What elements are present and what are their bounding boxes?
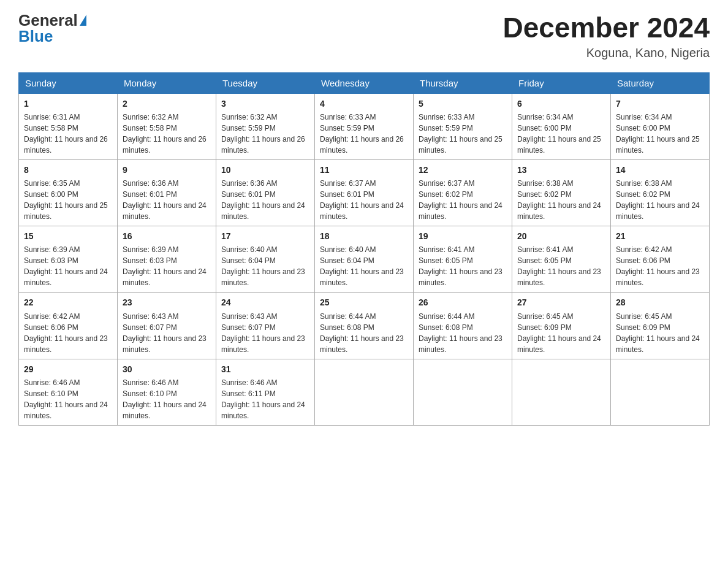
table-row: 7Sunrise: 6:34 AMSunset: 6:00 PMDaylight… xyxy=(611,93,710,159)
day-number: 26 xyxy=(419,296,507,308)
table-row: 29Sunrise: 6:46 AMSunset: 6:10 PMDayligh… xyxy=(19,359,118,425)
table-row: 2Sunrise: 6:32 AMSunset: 5:58 PMDaylight… xyxy=(118,93,216,159)
day-sun-info: Sunrise: 6:40 AMSunset: 6:04 PMDaylight:… xyxy=(221,244,309,288)
day-sun-info: Sunrise: 6:44 AMSunset: 6:08 PMDaylight:… xyxy=(320,311,408,355)
table-row: 23Sunrise: 6:43 AMSunset: 6:07 PMDayligh… xyxy=(118,293,216,359)
page-header: General Blue December 2024 Koguna, Kano,… xyxy=(18,12,710,60)
table-row: 21Sunrise: 6:42 AMSunset: 6:06 PMDayligh… xyxy=(611,226,710,293)
table-row: 6Sunrise: 6:34 AMSunset: 6:00 PMDaylight… xyxy=(512,93,611,159)
col-thursday: Thursday xyxy=(414,72,512,93)
day-sun-info: Sunrise: 6:43 AMSunset: 6:07 PMDaylight:… xyxy=(123,311,211,355)
day-number: 28 xyxy=(616,296,704,308)
day-sun-info: Sunrise: 6:41 AMSunset: 6:05 PMDaylight:… xyxy=(517,244,605,288)
day-sun-info: Sunrise: 6:42 AMSunset: 6:06 PMDaylight:… xyxy=(24,311,112,355)
logo-blue-text: Blue xyxy=(18,28,53,44)
table-row: 4Sunrise: 6:33 AMSunset: 5:59 PMDaylight… xyxy=(315,93,414,159)
day-sun-info: Sunrise: 6:35 AMSunset: 6:00 PMDaylight:… xyxy=(24,178,112,222)
day-number: 6 xyxy=(517,98,605,110)
calendar-week-row: 29Sunrise: 6:46 AMSunset: 6:10 PMDayligh… xyxy=(19,359,710,425)
day-number: 24 xyxy=(221,296,309,308)
table-row: 13Sunrise: 6:38 AMSunset: 6:02 PMDayligh… xyxy=(512,159,611,226)
day-sun-info: Sunrise: 6:33 AMSunset: 5:59 PMDaylight:… xyxy=(320,112,408,156)
table-row: 5Sunrise: 6:33 AMSunset: 5:59 PMDaylight… xyxy=(414,93,512,159)
col-friday: Friday xyxy=(512,72,611,93)
table-row: 22Sunrise: 6:42 AMSunset: 6:06 PMDayligh… xyxy=(19,293,118,359)
day-sun-info: Sunrise: 6:36 AMSunset: 6:01 PMDaylight:… xyxy=(123,178,211,222)
logo: General Blue xyxy=(18,12,86,44)
day-sun-info: Sunrise: 6:32 AMSunset: 5:59 PMDaylight:… xyxy=(221,112,309,156)
day-sun-info: Sunrise: 6:34 AMSunset: 6:00 PMDaylight:… xyxy=(616,112,704,156)
table-row: 17Sunrise: 6:40 AMSunset: 6:04 PMDayligh… xyxy=(216,226,315,293)
day-number: 18 xyxy=(320,230,408,242)
day-number: 25 xyxy=(320,296,408,308)
day-number: 11 xyxy=(320,164,408,176)
calendar-header-row: Sunday Monday Tuesday Wednesday Thursday… xyxy=(19,72,710,93)
day-sun-info: Sunrise: 6:46 AMSunset: 6:10 PMDaylight:… xyxy=(123,377,211,421)
table-row: 14Sunrise: 6:38 AMSunset: 6:02 PMDayligh… xyxy=(611,159,710,226)
table-row: 16Sunrise: 6:39 AMSunset: 6:03 PMDayligh… xyxy=(118,226,216,293)
day-number: 2 xyxy=(123,98,211,110)
table-row: 30Sunrise: 6:46 AMSunset: 6:10 PMDayligh… xyxy=(118,359,216,425)
day-number: 7 xyxy=(616,98,704,110)
day-number: 14 xyxy=(616,164,704,176)
day-sun-info: Sunrise: 6:31 AMSunset: 5:58 PMDaylight:… xyxy=(24,112,112,156)
day-number: 29 xyxy=(24,363,112,375)
day-number: 9 xyxy=(123,164,211,176)
day-sun-info: Sunrise: 6:43 AMSunset: 6:07 PMDaylight:… xyxy=(221,311,309,355)
calendar-week-row: 8Sunrise: 6:35 AMSunset: 6:00 PMDaylight… xyxy=(19,159,710,226)
day-sun-info: Sunrise: 6:44 AMSunset: 6:08 PMDaylight:… xyxy=(419,311,507,355)
day-number: 30 xyxy=(123,363,211,375)
table-row: 20Sunrise: 6:41 AMSunset: 6:05 PMDayligh… xyxy=(512,226,611,293)
day-sun-info: Sunrise: 6:38 AMSunset: 6:02 PMDaylight:… xyxy=(616,178,704,222)
day-sun-info: Sunrise: 6:37 AMSunset: 6:01 PMDaylight:… xyxy=(320,178,408,222)
table-row: 31Sunrise: 6:46 AMSunset: 6:11 PMDayligh… xyxy=(216,359,315,425)
day-number: 8 xyxy=(24,164,112,176)
day-number: 20 xyxy=(517,230,605,242)
day-number: 13 xyxy=(517,164,605,176)
day-sun-info: Sunrise: 6:45 AMSunset: 6:09 PMDaylight:… xyxy=(616,311,704,355)
day-number: 21 xyxy=(616,230,704,242)
calendar-table: Sunday Monday Tuesday Wednesday Thursday… xyxy=(18,72,710,426)
col-tuesday: Tuesday xyxy=(216,72,315,93)
day-sun-info: Sunrise: 6:41 AMSunset: 6:05 PMDaylight:… xyxy=(419,244,507,288)
day-sun-info: Sunrise: 6:33 AMSunset: 5:59 PMDaylight:… xyxy=(419,112,507,156)
day-sun-info: Sunrise: 6:36 AMSunset: 6:01 PMDaylight:… xyxy=(221,178,309,222)
day-number: 17 xyxy=(221,230,309,242)
calendar-week-row: 1Sunrise: 6:31 AMSunset: 5:58 PMDaylight… xyxy=(19,93,710,159)
day-sun-info: Sunrise: 6:42 AMSunset: 6:06 PMDaylight:… xyxy=(616,244,704,288)
day-sun-info: Sunrise: 6:38 AMSunset: 6:02 PMDaylight:… xyxy=(517,178,605,222)
day-sun-info: Sunrise: 6:32 AMSunset: 5:58 PMDaylight:… xyxy=(123,112,211,156)
title-block: December 2024 Koguna, Kano, Nigeria xyxy=(502,12,710,60)
day-number: 16 xyxy=(123,230,211,242)
table-row: 10Sunrise: 6:36 AMSunset: 6:01 PMDayligh… xyxy=(216,159,315,226)
table-row: 9Sunrise: 6:36 AMSunset: 6:01 PMDaylight… xyxy=(118,159,216,226)
day-sun-info: Sunrise: 6:46 AMSunset: 6:11 PMDaylight:… xyxy=(221,377,309,421)
table-row xyxy=(414,359,512,425)
day-number: 15 xyxy=(24,230,112,242)
logo-general-text: General xyxy=(18,12,78,28)
table-row: 11Sunrise: 6:37 AMSunset: 6:01 PMDayligh… xyxy=(315,159,414,226)
table-row: 28Sunrise: 6:45 AMSunset: 6:09 PMDayligh… xyxy=(611,293,710,359)
table-row: 3Sunrise: 6:32 AMSunset: 5:59 PMDaylight… xyxy=(216,93,315,159)
day-sun-info: Sunrise: 6:34 AMSunset: 6:00 PMDaylight:… xyxy=(517,112,605,156)
table-row: 25Sunrise: 6:44 AMSunset: 6:08 PMDayligh… xyxy=(315,293,414,359)
table-row: 26Sunrise: 6:44 AMSunset: 6:08 PMDayligh… xyxy=(414,293,512,359)
calendar-week-row: 15Sunrise: 6:39 AMSunset: 6:03 PMDayligh… xyxy=(19,226,710,293)
table-row: 12Sunrise: 6:37 AMSunset: 6:02 PMDayligh… xyxy=(414,159,512,226)
day-number: 31 xyxy=(221,363,309,375)
table-row: 15Sunrise: 6:39 AMSunset: 6:03 PMDayligh… xyxy=(19,226,118,293)
day-sun-info: Sunrise: 6:39 AMSunset: 6:03 PMDaylight:… xyxy=(123,244,211,288)
day-number: 12 xyxy=(419,164,507,176)
table-row xyxy=(315,359,414,425)
table-row: 27Sunrise: 6:45 AMSunset: 6:09 PMDayligh… xyxy=(512,293,611,359)
col-saturday: Saturday xyxy=(611,72,710,93)
day-number: 5 xyxy=(419,98,507,110)
table-row: 8Sunrise: 6:35 AMSunset: 6:00 PMDaylight… xyxy=(19,159,118,226)
table-row: 19Sunrise: 6:41 AMSunset: 6:05 PMDayligh… xyxy=(414,226,512,293)
col-monday: Monday xyxy=(118,72,216,93)
day-number: 3 xyxy=(221,98,309,110)
day-sun-info: Sunrise: 6:39 AMSunset: 6:03 PMDaylight:… xyxy=(24,244,112,288)
day-sun-info: Sunrise: 6:45 AMSunset: 6:09 PMDaylight:… xyxy=(517,311,605,355)
day-number: 10 xyxy=(221,164,309,176)
table-row xyxy=(512,359,611,425)
